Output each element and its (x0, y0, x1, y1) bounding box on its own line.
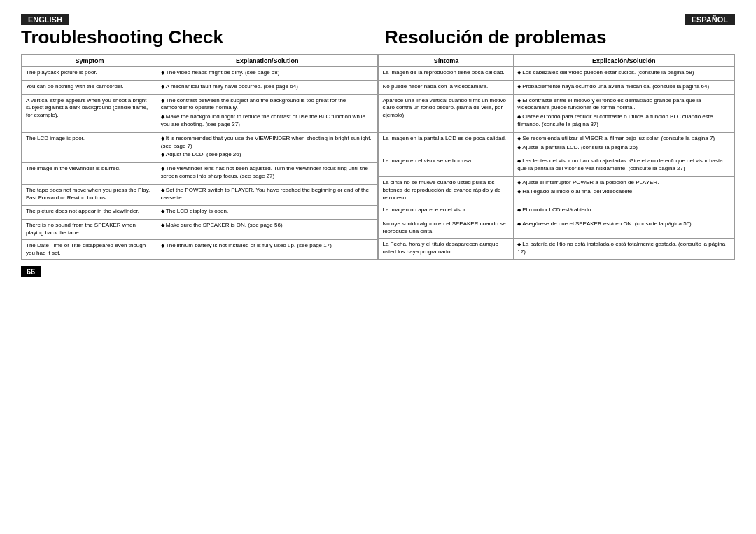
solution-bullet: La batería de litio no está instalada o … (517, 241, 730, 256)
table-row: There is no sound from the SPEAKER when … (22, 220, 378, 240)
en-solution-cell: The contrast between the subject and the… (157, 94, 377, 132)
en-solution-cell: Set the POWER switch to PLAYER. You have… (157, 184, 377, 206)
es-solution-cell: Los cabezales del vídeo pueden estar suc… (514, 67, 734, 81)
table-row: You can do nothing with the camcorder.A … (22, 80, 378, 94)
es-symptom-cell: La imagen no aparece en el visor. (379, 204, 514, 218)
espanol-table: Síntoma Explicación/Solución La imagen d… (379, 55, 735, 260)
es-solution-cell: Se recomienda utilizar el VISOR al filma… (514, 132, 734, 155)
title-espanol: Resolución de problemas (371, 27, 735, 48)
solution-bullet: Adjust the LCD. (see page 26) (161, 151, 374, 159)
solution-bullet: El monitor LCD está abierto. (517, 206, 730, 214)
title-english: Troubleshooting Check (21, 27, 371, 48)
es-solution-cell: Ajuste el interruptor POWER a la posició… (514, 176, 734, 204)
english-badge: ENGLISH (21, 14, 69, 25)
page-number: 66 (21, 266, 41, 277)
table-row: A vertical stripe appears when you shoot… (22, 94, 378, 132)
espanol-badge: ESPAÑOL (685, 14, 735, 25)
solution-bullet: Claree el fondo para reducir el contrast… (517, 113, 730, 129)
en-solution-cell: The lithium battery is not installed or … (157, 239, 377, 260)
solution-bullet: Se recomienda utilizar el VISOR al filma… (517, 135, 730, 143)
table-row: No puede hacer nada con la videocámara.P… (379, 80, 734, 94)
es-symptom-cell: La cinta no se mueve cuando usted pulsa … (379, 176, 514, 204)
solution-bullet: Make sure the SPEAKER is ON. (see page 5… (161, 222, 374, 230)
table-row: La imagen de la reproducción tiene poca … (379, 67, 734, 81)
en-solution-cell: The video heads might be dirty. (see pag… (157, 67, 377, 81)
table-row: The image in the viewfinder is blurred.T… (22, 163, 378, 185)
en-symptom-cell: The playback picture is poor. (22, 67, 158, 81)
es-symptom-cell: La imagen en el visor se ve borrosa. (379, 155, 514, 177)
es-symptom-cell: La imagen en la pantalla LCD es de poca … (379, 132, 514, 155)
es-symptom-cell: Aparece una línea vertical cuando films … (379, 94, 514, 132)
table-row: La Fecha, hora y el título desaparecen a… (379, 238, 734, 260)
espanol-table-wrapper: Síntoma Explicación/Solución La imagen d… (379, 55, 735, 260)
english-table-wrapper: Symptom Explanation/Solution The playbac… (22, 55, 379, 260)
es-solution-cell: El contraste entre el motivo y el fondo … (514, 94, 734, 132)
solution-bullet: Probablemente haya ocurrido una avería m… (517, 83, 730, 91)
table-row: The Date Time or Title disappeared even … (22, 239, 378, 260)
en-symptom-cell: The LCD image is poor. (22, 132, 158, 162)
es-col-solution-header: Explicación/Solución (514, 55, 734, 67)
solution-bullet: Ajuste la pantalla LCD. (consulte la pág… (517, 144, 730, 152)
solution-bullet: The viewfinder lens has not been adjuste… (161, 165, 374, 181)
en-solution-cell: A mechanical fault may have occurred. (s… (157, 80, 377, 94)
table-row: La cinta no se mueve cuando usted pulsa … (379, 176, 734, 204)
solution-bullet: The LCD display is open. (161, 208, 374, 216)
en-solution-cell: The LCD display is open. (157, 206, 377, 220)
table-row: No oye sonido alguno en el SPEAKER cuand… (379, 218, 734, 239)
table-row: The picture does not appear in the viewf… (22, 206, 378, 220)
es-symptom-cell: No puede hacer nada con la videocámara. (379, 80, 514, 94)
es-solution-cell: La batería de litio no está instalada o … (514, 238, 734, 260)
table-row: Aparece una línea vertical cuando films … (379, 94, 734, 132)
solution-bullet: Los cabezales del vídeo pueden estar suc… (517, 69, 730, 77)
es-symptom-cell: No oye sonido alguno en el SPEAKER cuand… (379, 218, 514, 239)
es-solution-cell: Asegúrese de que el SPEAKER está en ON. … (514, 218, 734, 239)
table-row: La imagen en la pantalla LCD es de poca … (379, 132, 734, 155)
solution-bullet: Set the POWER switch to PLAYER. You have… (161, 187, 374, 202)
en-col-solution-header: Explanation/Solution (157, 55, 377, 67)
content-area: Symptom Explanation/Solution The playbac… (21, 54, 735, 260)
en-symptom-cell: The tape does not move when you press th… (22, 184, 158, 206)
en-symptom-cell: The picture does not appear in the viewf… (22, 206, 158, 220)
english-table: Symptom Explanation/Solution The playbac… (22, 55, 378, 260)
table-row: The tape does not move when you press th… (22, 184, 378, 206)
solution-bullet: A mechanical fault may have occurred. (s… (161, 83, 374, 91)
en-solution-cell: It is recommended that you use the VIEWF… (157, 132, 377, 162)
table-row: The playback picture is poor.The video h… (22, 67, 378, 81)
solution-bullet: Make the background bright to reduce the… (161, 113, 374, 129)
en-solution-cell: Make sure the SPEAKER is ON. (see page 5… (157, 220, 377, 240)
en-symptom-cell: The Date Time or Title disappeared even … (22, 239, 158, 260)
solution-bullet: Las lentes del visor no han sido ajustad… (517, 157, 730, 173)
en-symptom-cell: The image in the viewfinder is blurred. (22, 163, 158, 185)
es-solution-cell: El monitor LCD está abierto. (514, 204, 734, 218)
solution-bullet: The lithium battery is not installed or … (161, 242, 374, 250)
es-solution-cell: Las lentes del visor no han sido ajustad… (514, 155, 734, 177)
solution-bullet: Ajuste el interruptor POWER a la posició… (517, 179, 730, 187)
en-symptom-cell: There is no sound from the SPEAKER when … (22, 220, 158, 240)
solution-bullet: It is recommended that you use the VIEWF… (161, 135, 374, 150)
en-solution-cell: The viewfinder lens has not been adjuste… (157, 163, 377, 185)
es-symptom-cell: La Fecha, hora y el título desaparecen a… (379, 238, 514, 260)
es-solution-cell: Probablemente haya ocurrido una avería m… (514, 80, 734, 94)
solution-bullet: Ha llegado al inicio o al final del vide… (517, 188, 730, 196)
en-col-symptom-header: Symptom (22, 55, 158, 67)
en-symptom-cell: You can do nothing with the camcorder. (22, 80, 158, 94)
table-row: The LCD image is poor.It is recommended … (22, 132, 378, 162)
es-col-symptom-header: Síntoma (379, 55, 514, 67)
table-row: La imagen en el visor se ve borrosa.Las … (379, 155, 734, 177)
solution-bullet: The contrast between the subject and the… (161, 97, 374, 113)
es-symptom-cell: La imagen de la reproducción tiene poca … (379, 67, 514, 81)
solution-bullet: The video heads might be dirty. (see pag… (161, 69, 374, 77)
table-row: La imagen no aparece en el visor.El moni… (379, 204, 734, 218)
en-symptom-cell: A vertical stripe appears when you shoot… (22, 94, 158, 132)
solution-bullet: El contraste entre el motivo y el fondo … (517, 97, 730, 113)
solution-bullet: Asegúrese de que el SPEAKER está en ON. … (517, 220, 730, 228)
